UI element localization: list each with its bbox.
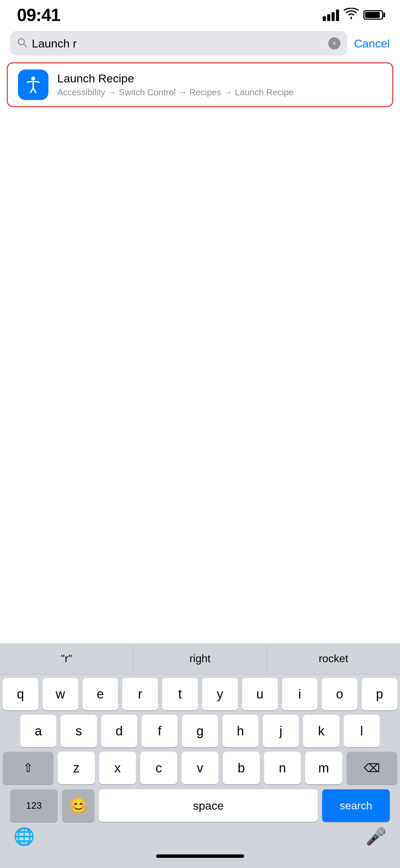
- key-rows: q w e r t y u i o p a s d f g h j k l ⇧ …: [0, 674, 400, 784]
- empty-area: [0, 110, 400, 483]
- key-m[interactable]: m: [305, 752, 342, 784]
- result-text: Launch Recipe Accessibility → Switch Con…: [57, 72, 382, 98]
- keyboard: "r" right rocket q w e r t y u i o p a s…: [0, 643, 400, 868]
- key-row-2: a s d f g h j k l: [3, 715, 397, 747]
- key-u[interactable]: u: [242, 678, 278, 710]
- bottom-row: 123 😊 space search: [0, 788, 400, 825]
- key-g[interactable]: g: [182, 715, 218, 747]
- key-s[interactable]: s: [61, 715, 97, 747]
- search-result-item[interactable]: Launch Recipe Accessibility → Switch Con…: [7, 62, 393, 107]
- key-p[interactable]: p: [362, 678, 397, 710]
- predictive-item-1[interactable]: "r": [0, 643, 133, 674]
- status-time: 09:41: [17, 5, 60, 25]
- key-z[interactable]: z: [58, 752, 95, 784]
- globe-mic-row: 🌐 🎤: [0, 825, 400, 850]
- shift-key[interactable]: ⇧: [3, 752, 54, 784]
- home-indicator: [156, 854, 244, 858]
- search-icon: [17, 37, 27, 50]
- key-v[interactable]: v: [182, 752, 218, 784]
- key-x[interactable]: x: [99, 752, 136, 784]
- search-input[interactable]: Launch r: [32, 37, 323, 50]
- key-f[interactable]: f: [142, 715, 177, 747]
- key-i[interactable]: i: [282, 678, 318, 710]
- key-y[interactable]: y: [202, 678, 238, 710]
- status-bar: 09:41: [0, 0, 400, 27]
- wifi-icon: [344, 8, 359, 22]
- predictive-bar: "r" right rocket: [0, 643, 400, 674]
- clear-button[interactable]: ×: [328, 37, 340, 50]
- svg-line-1: [24, 44, 26, 47]
- emoji-key[interactable]: 😊: [62, 789, 94, 822]
- search-bar[interactable]: Launch r ×: [10, 31, 347, 56]
- delete-key[interactable]: ⌫: [346, 752, 397, 784]
- key-j[interactable]: j: [263, 715, 299, 747]
- key-d[interactable]: d: [101, 715, 137, 747]
- key-c[interactable]: c: [140, 752, 177, 784]
- battery-icon: [363, 10, 383, 20]
- key-e[interactable]: e: [83, 678, 118, 710]
- key-b[interactable]: b: [223, 752, 260, 784]
- predictive-item-3[interactable]: rocket: [267, 643, 400, 674]
- key-l[interactable]: l: [344, 715, 380, 747]
- numbers-key[interactable]: 123: [10, 789, 58, 822]
- key-k[interactable]: k: [303, 715, 339, 747]
- search-key[interactable]: search: [322, 789, 390, 822]
- key-r[interactable]: r: [122, 678, 158, 710]
- key-t[interactable]: t: [162, 678, 198, 710]
- key-w[interactable]: w: [43, 678, 78, 710]
- key-row-3: ⇧ z x c v b n m ⌫: [3, 752, 397, 784]
- cancel-button[interactable]: Cancel: [354, 37, 390, 50]
- search-container: Launch r × Cancel: [0, 27, 400, 60]
- accessibility-icon: [18, 70, 48, 100]
- svg-point-2: [31, 77, 35, 81]
- result-title: Launch Recipe: [57, 72, 382, 85]
- key-row-1: q w e r t y u i o p: [3, 678, 397, 710]
- key-a[interactable]: a: [20, 715, 56, 747]
- globe-key[interactable]: 🌐: [14, 827, 35, 846]
- mic-key[interactable]: 🎤: [365, 827, 386, 846]
- signal-icon: [323, 9, 339, 21]
- predictive-item-2[interactable]: right: [133, 643, 267, 674]
- space-key[interactable]: space: [99, 789, 318, 822]
- key-q[interactable]: q: [3, 678, 38, 710]
- key-o[interactable]: o: [322, 678, 357, 710]
- key-h[interactable]: h: [223, 715, 258, 747]
- key-n[interactable]: n: [264, 752, 301, 784]
- result-breadcrumb: Accessibility → Switch Control → Recipes…: [57, 87, 382, 98]
- status-icons: [323, 8, 383, 22]
